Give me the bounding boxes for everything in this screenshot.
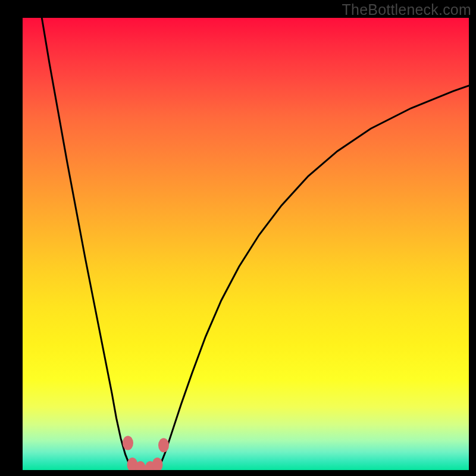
curve-marker <box>152 458 163 470</box>
bottleneck-curve <box>42 18 469 470</box>
plot-area <box>23 18 469 470</box>
chart-frame: TheBottleneck.com <box>0 0 476 476</box>
marker-group <box>123 436 169 470</box>
curve-marker <box>158 438 169 452</box>
curve-svg <box>23 18 469 470</box>
watermark-text: TheBottleneck.com <box>342 1 471 18</box>
curve-marker <box>123 436 133 450</box>
